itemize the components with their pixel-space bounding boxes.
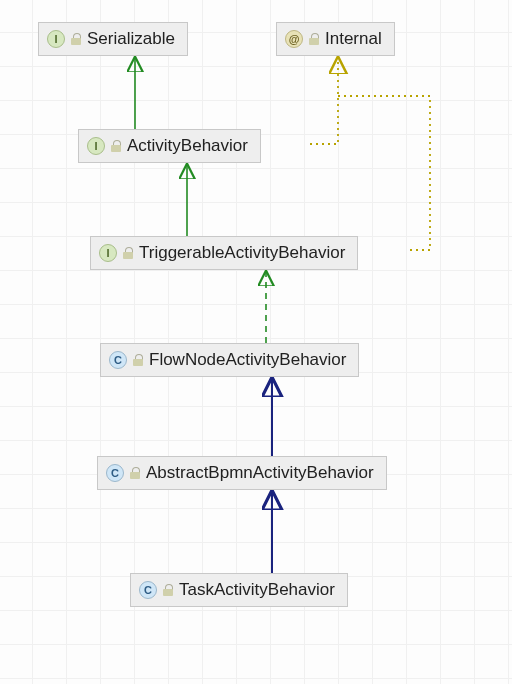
node-serializable[interactable]: I Serializable: [38, 22, 188, 56]
node-activity-behavior[interactable]: I ActivityBehavior: [78, 129, 261, 163]
interface-icon: I: [99, 244, 117, 262]
lock-icon: [111, 140, 121, 152]
node-internal[interactable]: @ Internal: [276, 22, 395, 56]
lock-icon: [133, 354, 143, 366]
lock-icon: [163, 584, 173, 596]
node-label: FlowNodeActivityBehavior: [149, 350, 346, 370]
node-label: ActivityBehavior: [127, 136, 248, 156]
node-abstract-bpmn-activity-behavior[interactable]: C AbstractBpmnActivityBehavior: [97, 456, 387, 490]
class-icon: C: [139, 581, 157, 599]
node-flow-node-activity-behavior[interactable]: C FlowNodeActivityBehavior: [100, 343, 359, 377]
node-label: TaskActivityBehavior: [179, 580, 335, 600]
annotation-icon: @: [285, 30, 303, 48]
lock-icon: [71, 33, 81, 45]
node-label: TriggerableActivityBehavior: [139, 243, 345, 263]
lock-icon: [130, 467, 140, 479]
lock-icon: [123, 247, 133, 259]
interface-icon: I: [87, 137, 105, 155]
node-label: Serializable: [87, 29, 175, 49]
lock-icon: [309, 33, 319, 45]
node-task-activity-behavior[interactable]: C TaskActivityBehavior: [130, 573, 348, 607]
node-triggerable-activity-behavior[interactable]: I TriggerableActivityBehavior: [90, 236, 358, 270]
class-icon: C: [106, 464, 124, 482]
node-label: AbstractBpmnActivityBehavior: [146, 463, 374, 483]
class-icon: C: [109, 351, 127, 369]
node-label: Internal: [325, 29, 382, 49]
interface-icon: I: [47, 30, 65, 48]
